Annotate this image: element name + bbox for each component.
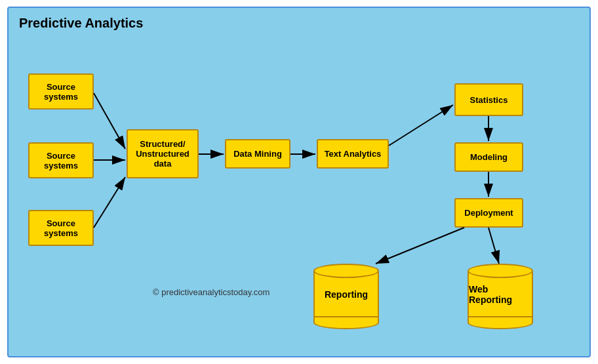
cylinder-reporting-bottom	[313, 316, 379, 329]
box-source-1: Sourcesystems	[28, 73, 94, 110]
cylinder-webreporting-top	[468, 264, 533, 278]
cylinder-webreporting-bottom	[468, 316, 533, 329]
box-source-3: Sourcesystems	[28, 210, 94, 246]
diagram-title: Predictive Analytics	[9, 8, 589, 31]
cylinder-webreporting-label: Web Reporting	[468, 272, 533, 317]
svg-line-1	[94, 93, 125, 149]
box-data-mining: Data Mining	[225, 139, 290, 169]
watermark: © predictiveanalyticstoday.com	[153, 287, 269, 297]
svg-line-6	[389, 105, 453, 146]
cylinder-web-reporting: Web Reporting	[468, 264, 533, 329]
box-modeling: Modeling	[454, 142, 523, 172]
cylinder-reporting: Reporting	[313, 264, 379, 329]
box-statistics: Statistics	[454, 83, 523, 116]
svg-line-10	[376, 228, 464, 264]
diagram-container: Predictive Analytics Sourcesystems Sourc…	[7, 7, 591, 357]
cylinder-reporting-top	[313, 264, 379, 278]
svg-line-9	[488, 228, 499, 264]
cylinder-reporting-label: Reporting	[313, 272, 379, 317]
box-text-analytics: Text Analytics	[317, 139, 389, 169]
box-structured: Structured/Unstructureddata	[127, 129, 199, 178]
box-source-2: Sourcesystems	[28, 142, 94, 178]
svg-line-3	[94, 177, 125, 228]
box-deployment: Deployment	[454, 198, 523, 228]
